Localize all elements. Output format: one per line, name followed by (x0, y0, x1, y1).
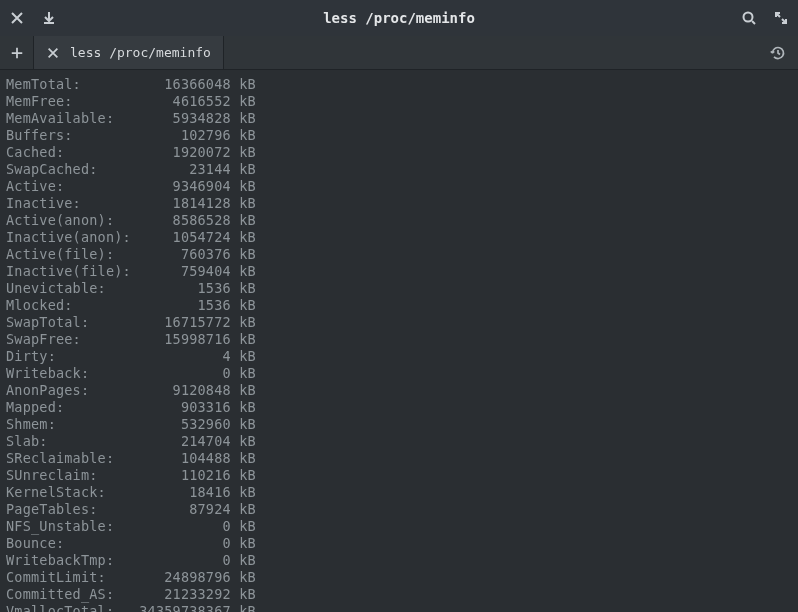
tab-close-icon[interactable] (46, 46, 60, 60)
fullscreen-icon[interactable] (772, 9, 790, 27)
history-icon[interactable] (758, 36, 798, 69)
tab-title: less /proc/meminfo (70, 45, 211, 60)
tab-bar: less /proc/meminfo (0, 36, 798, 70)
close-icon[interactable] (8, 9, 26, 27)
window-titlebar: less /proc/meminfo (0, 0, 798, 36)
new-tab-button[interactable] (0, 36, 34, 69)
search-icon[interactable] (740, 9, 758, 27)
download-icon[interactable] (40, 9, 58, 27)
terminal-output[interactable]: MemTotal: 16366048 kB MemFree: 4616552 k… (0, 70, 798, 612)
tab-active[interactable]: less /proc/meminfo (34, 36, 224, 69)
window-title: less /proc/meminfo (58, 10, 740, 26)
svg-point-0 (744, 13, 753, 22)
